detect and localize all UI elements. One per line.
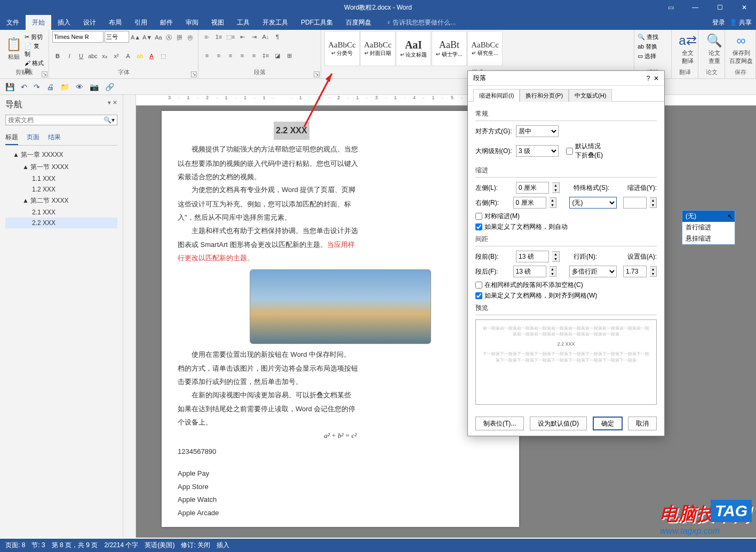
replace-button[interactable]: ab 替换 <box>638 43 668 51</box>
line-spacing-icon[interactable]: ‡≡ <box>260 50 271 60</box>
grid-indent-checkbox[interactable] <box>475 223 482 230</box>
qat-redo-icon[interactable]: ↷ <box>34 83 40 91</box>
qat-icon[interactable]: 🖨 <box>46 83 54 91</box>
tab-review[interactable]: 审阅 <box>179 15 205 30</box>
tab-view[interactable]: 视图 <box>205 15 230 30</box>
change-case-icon[interactable]: Aa <box>154 31 163 42</box>
spin-icon[interactable]: ▲▼ <box>650 197 657 208</box>
enclose-icon[interactable]: ㊕ <box>185 31 195 42</box>
nav-tab-pages[interactable]: 页面 <box>27 131 39 145</box>
tab-mailings[interactable]: 邮件 <box>154 15 179 30</box>
before-input[interactable] <box>516 251 549 262</box>
style-item[interactable]: AaBbCc↵ 分类号 <box>324 31 360 66</box>
bullets-icon[interactable]: ≡· <box>202 31 212 42</box>
spin-icon[interactable]: ▲▼ <box>552 251 560 262</box>
spin-icon[interactable]: ▲▼ <box>550 197 556 208</box>
status-track[interactable]: 修订: 关闭 <box>181 541 210 550</box>
font-color-icon[interactable]: A <box>146 50 157 61</box>
qat-icon[interactable]: 📷 <box>90 83 99 91</box>
tab-layout[interactable]: 布局 <box>102 15 128 30</box>
baidu-save-button[interactable]: ∞保存到 百度网盘 <box>728 31 754 67</box>
sort-icon[interactable]: A↓ <box>260 31 271 42</box>
indent-value-input[interactable] <box>623 197 647 209</box>
qat-icon[interactable]: 📁 <box>60 83 69 91</box>
nav-tab-results[interactable]: 结果 <box>48 131 61 145</box>
clear-format-icon[interactable]: Ⓐ <box>164 31 174 42</box>
underline-icon[interactable]: U <box>76 50 86 61</box>
ribbon-options-icon[interactable]: ▭ <box>659 0 682 15</box>
qat-save-icon[interactable]: 💾 <box>5 83 14 91</box>
lookup-button[interactable]: 🔍论文 查重 <box>702 31 727 67</box>
spin-icon[interactable]: ▲▼ <box>550 266 556 277</box>
tree-item[interactable]: ▲ 第一章 XXXXX <box>5 149 117 161</box>
italic-icon[interactable]: I <box>64 50 75 61</box>
dtab-indent[interactable]: 缩进和间距(I) <box>473 89 520 102</box>
page[interactable]: 2.2 XXX 视频提供了功能强大的方法帮助您证明您的观点。当您 以在想要添加的… <box>162 111 519 527</box>
special-format-select[interactable]: (无) <box>569 197 617 209</box>
grid-align-checkbox[interactable] <box>475 292 482 299</box>
show-marks-icon[interactable]: ¶ <box>272 31 283 42</box>
nospace-checkbox[interactable] <box>475 282 482 289</box>
dropdown-option[interactable]: (无) <box>682 211 735 222</box>
spin-icon[interactable]: ▲▼ <box>650 266 657 277</box>
decrease-font-icon[interactable]: A▼ <box>142 31 153 42</box>
dialog-help-icon[interactable]: ? <box>647 75 650 82</box>
subscript-icon[interactable]: x₂ <box>99 50 110 61</box>
select-button[interactable]: ▭ 选择 <box>638 52 668 60</box>
font-size-input[interactable] <box>105 31 129 43</box>
tab-file[interactable]: 文件 <box>0 15 26 30</box>
line-spacing-select[interactable]: 多倍行距 <box>569 266 617 277</box>
borders-icon[interactable]: ⊞ <box>284 50 295 60</box>
close-icon[interactable]: ✕ <box>733 0 756 15</box>
status-pages[interactable]: 第 8 页，共 9 页 <box>52 541 98 550</box>
symmetric-checkbox[interactable] <box>475 213 482 220</box>
tree-item[interactable]: 1.2 XXX <box>5 184 117 195</box>
setval-input[interactable] <box>623 266 647 277</box>
tree-item[interactable]: ▲ 第二节 XXXX <box>5 195 117 207</box>
tab-design[interactable]: 设计 <box>77 15 102 30</box>
find-button[interactable]: 🔍 查找 <box>638 33 668 41</box>
tab-baidu[interactable]: 百度网盘 <box>339 15 378 30</box>
qat-icon[interactable]: 🔗 <box>105 83 114 91</box>
align-center-icon[interactable]: ≡ <box>213 50 224 60</box>
left-indent-input[interactable] <box>516 182 549 194</box>
nav-tab-headings[interactable]: 标题 <box>5 131 18 145</box>
distribute-icon[interactable]: ≡ <box>249 50 259 60</box>
tab-pdf[interactable]: PDF工具集 <box>295 15 339 30</box>
dtab-pagination[interactable]: 换行和分页(P) <box>520 89 569 102</box>
tellme-input[interactable]: ♀ 告诉我您想要做什么... <box>386 18 456 27</box>
ok-button[interactable]: 确定 <box>593 417 623 430</box>
char-border-icon[interactable]: ⬚ <box>158 50 169 61</box>
cancel-button[interactable]: 取消 <box>628 417 657 430</box>
dropdown-option[interactable]: 首行缩进 <box>682 222 735 233</box>
numbering-icon[interactable]: 1≡ <box>213 31 224 42</box>
login-link[interactable]: 登录 <box>712 18 725 27</box>
paste-button[interactable]: 📋 粘贴 <box>3 31 25 66</box>
maximize-icon[interactable]: ☐ <box>708 0 731 15</box>
share-button[interactable]: 👤 共享 <box>729 18 752 27</box>
paragraph-launcher-icon[interactable]: ↘ <box>314 71 320 77</box>
strike-icon[interactable]: abc <box>87 50 98 61</box>
alignment-select[interactable]: 居中 <box>516 125 559 137</box>
copy-button[interactable]: 📄 复制 <box>25 42 45 58</box>
tree-item-selected[interactable]: 2.2 XXX <box>5 218 117 228</box>
dtab-asian[interactable]: 中文版式(H) <box>569 89 612 102</box>
shading-icon[interactable]: ◪ <box>272 50 283 60</box>
highlight-icon[interactable]: ab <box>134 50 145 61</box>
default-button[interactable]: 设为默认值(D) <box>530 417 587 430</box>
tab-tools[interactable]: 工具 <box>230 15 256 30</box>
increase-font-icon[interactable]: A▲ <box>130 31 141 42</box>
font-launcher-icon[interactable]: ↘ <box>191 71 197 77</box>
dialog-close-icon[interactable]: ✕ <box>654 75 659 82</box>
tree-item[interactable]: ▲ 第一节 XXXX <box>5 161 117 173</box>
tree-item[interactable]: 1.1 XXX <box>5 173 117 184</box>
font-family-input[interactable] <box>52 31 104 43</box>
search-input[interactable] <box>8 116 104 124</box>
nav-search[interactable]: 🔍▾ <box>5 115 117 125</box>
status-page[interactable]: 页面: 8 <box>5 541 25 550</box>
tab-home[interactable]: 开始 <box>26 15 51 30</box>
status-insert[interactable]: 插入 <box>217 541 229 550</box>
tab-insert[interactable]: 插入 <box>51 15 77 30</box>
status-section[interactable]: 节: 3 <box>31 541 45 550</box>
minimize-icon[interactable]: — <box>683 0 707 15</box>
